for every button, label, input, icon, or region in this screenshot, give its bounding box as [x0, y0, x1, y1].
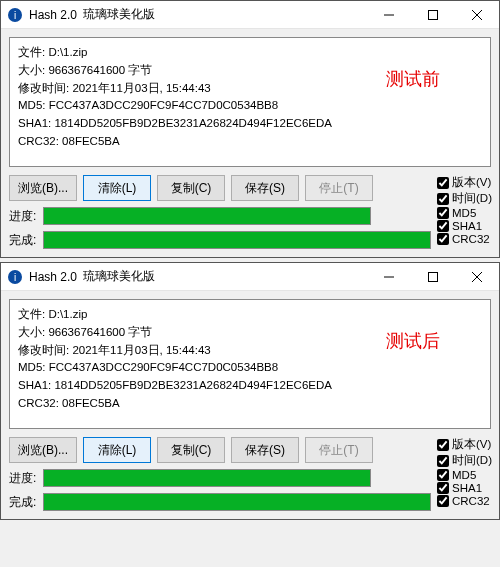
window-content: 测试后 文件: D:\1.zip 大小: 966367641600 字节 修改时…: [1, 291, 499, 519]
svg-rect-9: [429, 272, 438, 281]
stamp-label: 测试前: [386, 66, 440, 94]
checkbox-group: 版本(V) 时间(D) MD5 SHA1 CRC32: [437, 437, 492, 511]
minimize-button[interactable]: [367, 263, 411, 291]
check-crc32[interactable]: CRC32: [437, 495, 492, 507]
copy-button[interactable]: 复制(C): [157, 437, 225, 463]
check-md5[interactable]: MD5: [437, 469, 492, 481]
window-title: Hash 2.0: [29, 8, 77, 22]
save-button[interactable]: 保存(S): [231, 175, 299, 201]
check-sha1[interactable]: SHA1: [437, 482, 492, 494]
check-crc32[interactable]: CRC32: [437, 233, 492, 245]
info-crc32: CRC32: 08FEC5BA: [18, 395, 482, 413]
complete-label: 完成:: [9, 232, 39, 249]
hash-window-0: i Hash 2.0 琉璃球美化版 测试前 文件: D:\1.zip 大小: 9…: [0, 0, 500, 258]
progress-area: 进度: 完成:: [9, 207, 431, 249]
maximize-button[interactable]: [411, 263, 455, 291]
check-time[interactable]: 时间(D): [437, 191, 492, 206]
info-sha1: SHA1: 1814DD5205FB9D2BE3231A26824D494F12…: [18, 377, 482, 395]
check-md5[interactable]: MD5: [437, 207, 492, 219]
stop-button: 停止(T): [305, 175, 373, 201]
close-button[interactable]: [455, 263, 499, 291]
progress-label: 进度:: [9, 470, 39, 487]
button-row: 浏览(B)... 清除(L) 复制(C) 保存(S) 停止(T): [9, 175, 431, 201]
window-title: Hash 2.0: [29, 270, 77, 284]
info-sha1: SHA1: 1814DD5205FB9D2BE3231A26824D494F12…: [18, 115, 482, 133]
hash-info-box[interactable]: 测试前 文件: D:\1.zip 大小: 966367641600 字节 修改时…: [9, 37, 491, 167]
hash-window-1: i Hash 2.0 琉璃球美化版 测试后 文件: D:\1.zip 大小: 9…: [0, 262, 500, 520]
hash-info-box[interactable]: 测试后 文件: D:\1.zip 大小: 966367641600 字节 修改时…: [9, 299, 491, 429]
progress-bar-total: [43, 493, 431, 511]
info-crc32: CRC32: 08FEC5BA: [18, 133, 482, 151]
window-subtitle: 琉璃球美化版: [83, 268, 155, 285]
checkbox-group: 版本(V) 时间(D) MD5 SHA1 CRC32: [437, 175, 492, 249]
maximize-button[interactable]: [411, 1, 455, 29]
window-subtitle: 琉璃球美化版: [83, 6, 155, 23]
window-content: 测试前 文件: D:\1.zip 大小: 966367641600 字节 修改时…: [1, 29, 499, 257]
stamp-label: 测试后: [386, 328, 440, 356]
info-md5: MD5: FCC437A3DCC290FC9F4CC7D0C0534BB8: [18, 359, 482, 377]
progress-label: 进度:: [9, 208, 39, 225]
check-sha1[interactable]: SHA1: [437, 220, 492, 232]
svg-text:i: i: [14, 10, 16, 21]
progress-bar-total: [43, 231, 431, 249]
svg-rect-3: [429, 10, 438, 19]
progress-bar-current: [43, 469, 371, 487]
clear-button[interactable]: 清除(L): [83, 175, 151, 201]
check-time[interactable]: 时间(D): [437, 453, 492, 468]
svg-text:i: i: [14, 272, 16, 283]
check-version[interactable]: 版本(V): [437, 437, 492, 452]
browse-button[interactable]: 浏览(B)...: [9, 175, 77, 201]
button-row: 浏览(B)... 清除(L) 复制(C) 保存(S) 停止(T): [9, 437, 431, 463]
app-icon: i: [7, 269, 23, 285]
info-file: 文件: D:\1.zip: [18, 306, 482, 324]
progress-bar-current: [43, 207, 371, 225]
copy-button[interactable]: 复制(C): [157, 175, 225, 201]
close-button[interactable]: [455, 1, 499, 29]
titlebar[interactable]: i Hash 2.0 琉璃球美化版: [1, 1, 499, 29]
info-md5: MD5: FCC437A3DCC290FC9F4CC7D0C0534BB8: [18, 97, 482, 115]
save-button[interactable]: 保存(S): [231, 437, 299, 463]
browse-button[interactable]: 浏览(B)...: [9, 437, 77, 463]
clear-button[interactable]: 清除(L): [83, 437, 151, 463]
minimize-button[interactable]: [367, 1, 411, 29]
info-file: 文件: D:\1.zip: [18, 44, 482, 62]
app-icon: i: [7, 7, 23, 23]
complete-label: 完成:: [9, 494, 39, 511]
check-version[interactable]: 版本(V): [437, 175, 492, 190]
progress-area: 进度: 完成:: [9, 469, 431, 511]
stop-button: 停止(T): [305, 437, 373, 463]
titlebar[interactable]: i Hash 2.0 琉璃球美化版: [1, 263, 499, 291]
